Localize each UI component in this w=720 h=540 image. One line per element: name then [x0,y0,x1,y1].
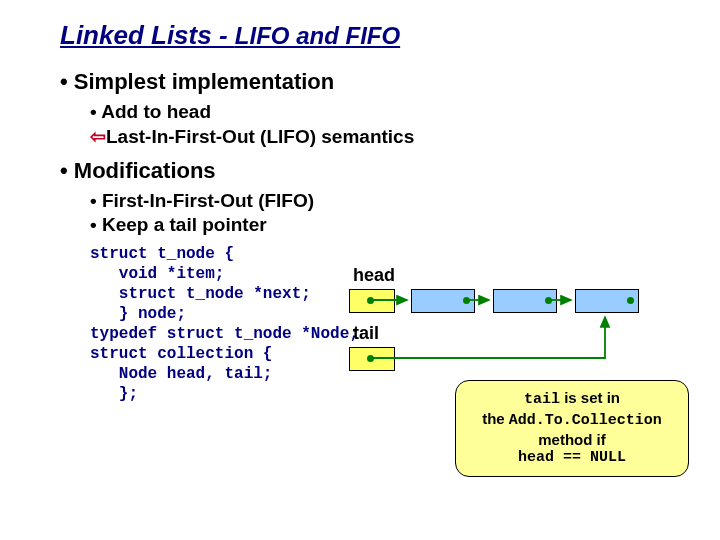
callout-line-4: head == NULL [462,449,682,468]
slide-title: Linked Lists - LIFO and FIFO [60,20,670,51]
bullet-lifo: Last-In-First-Out (LIFO) semantics [90,125,670,148]
bullet-fifo: First-In-First-Out (FIFO) [90,190,670,212]
callout-tail-word: tail [524,391,560,408]
bullet-modifications: Modifications [60,158,670,184]
title-sub: LIFO and FIFO [235,22,400,49]
callout-line-2: the Add.To.Collection [462,410,682,431]
callout-line-1: tail is set in [462,389,682,410]
callout-line-3: method if [462,431,682,450]
callout-l2a: the [482,410,509,427]
bullet-tail-pointer: Keep a tail pointer [90,214,670,236]
callout-l1b: is set in [560,389,620,406]
bullet-simplest: Simplest implementation [60,69,670,95]
callout-box: tail is set in the Add.To.Collection met… [455,380,689,477]
callout-method-name: Add.To.Collection [509,412,662,429]
title-main: Linked Lists - [60,20,235,50]
bullet-add-to-head: Add to head [90,101,670,123]
